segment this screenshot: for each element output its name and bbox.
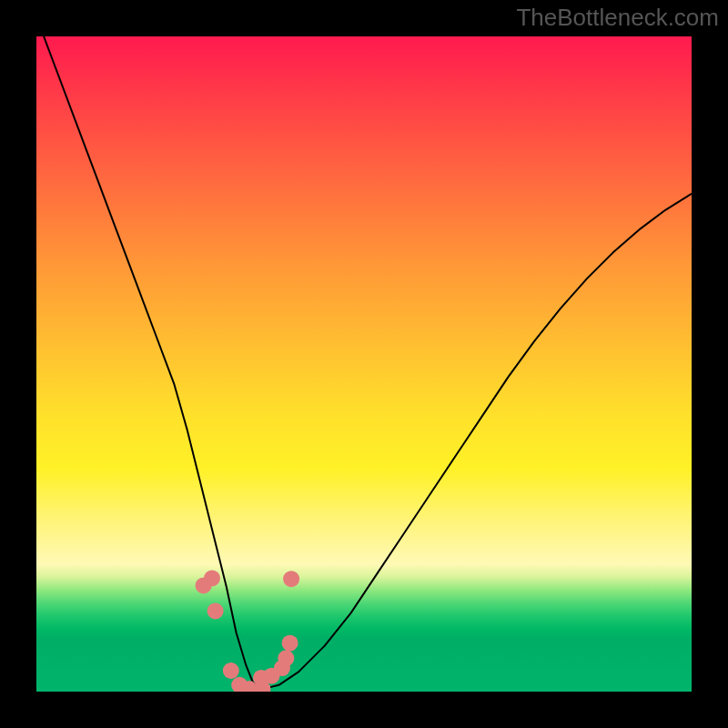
bottleneck-curve [36,36,692,688]
marker-group [196,570,300,692]
data-marker [204,570,220,586]
curve-layer [36,36,692,692]
data-marker [223,662,239,679]
plot-area [36,36,692,692]
data-marker [283,571,299,587]
watermark-text: TheBottleneck.com [516,4,719,32]
data-marker [207,602,224,619]
data-marker [282,635,298,652]
data-marker [278,650,294,666]
chart-canvas: TheBottleneck.com [0,0,728,728]
